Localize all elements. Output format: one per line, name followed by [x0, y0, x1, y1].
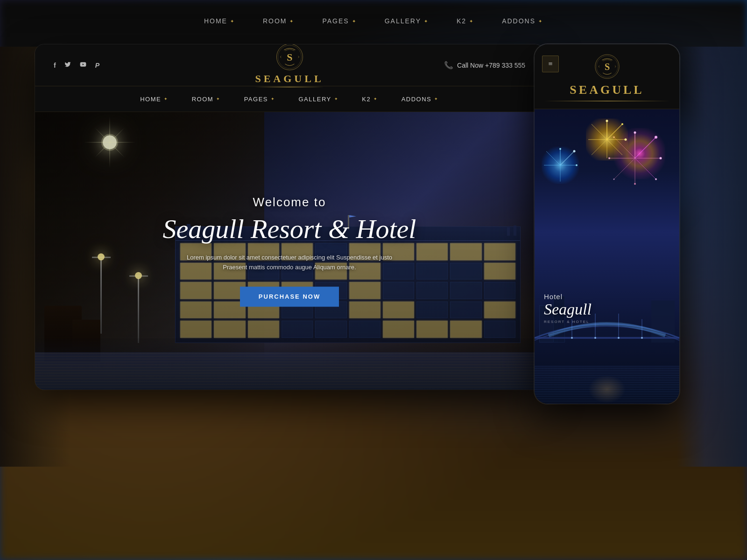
top-navigation: HOME ✦ ROOM ✦ PAGES ✦ GALLERY ✦ K2 ✦ ADD… — [0, 0, 747, 42]
svg-point-22 — [655, 178, 657, 180]
nav-arrow-addons: ✦ — [538, 19, 543, 24]
mobile-hero: Hotel Seagull RESORT & HOTEL — [535, 109, 679, 404]
mobile-mockup: ≡ S SEAGULL — [535, 44, 679, 404]
logo-underline — [255, 87, 324, 87]
top-nav-item-addons[interactable]: ADDONS ✦ — [502, 17, 543, 25]
svg-point-16 — [634, 183, 636, 185]
top-nav-item-pages[interactable]: PAGES ✦ — [322, 17, 356, 25]
hamburger-icon: ≡ — [548, 60, 552, 68]
svg-point-18 — [660, 157, 662, 160]
hotel-title: Seagull Resort & Hotel — [149, 214, 430, 244]
firework-gold — [586, 119, 628, 161]
call-now-text: Call Now +789 333 555 — [457, 62, 525, 69]
tablet-header: f P S — [35, 44, 544, 86]
mobile-logo-name: SEAGULL — [570, 83, 644, 97]
facebook-icon[interactable]: f — [54, 62, 56, 69]
mobile-menu-button[interactable]: ≡ — [542, 56, 559, 72]
svg-line-36 — [592, 124, 607, 140]
logo-area: S SEAGULL — [255, 44, 324, 87]
mobile-water — [535, 366, 679, 404]
pages-arrow: ✦ — [271, 97, 275, 101]
svg-point-40 — [606, 120, 608, 122]
mobile-hotel-tagline: RESORT & HOTEL — [544, 320, 592, 324]
top-nav-item-room[interactable]: ROOM ✦ — [263, 17, 295, 25]
nav-arrow-home: ✦ — [230, 19, 235, 24]
logo-emblem: S — [275, 44, 303, 71]
hero-content: Welcome to Seagull Resort & Hotel Lorem … — [149, 195, 430, 307]
svg-line-12 — [635, 137, 656, 158]
svg-point-29 — [559, 148, 561, 150]
svg-point-15 — [634, 132, 636, 134]
svg-point-41 — [625, 139, 627, 141]
mobile-logo-emblem: S — [594, 54, 620, 79]
welcome-text: Welcome to — [149, 195, 430, 210]
svg-point-31 — [573, 150, 576, 153]
firework-blue-rays — [542, 147, 579, 184]
nav-arrow-pages: ✦ — [352, 19, 357, 24]
svg-line-14 — [635, 158, 656, 179]
k2-arrow: ✦ — [374, 97, 378, 101]
main-nav-addons[interactable]: ADDONS ✦ — [402, 96, 439, 103]
hero-section: Welcome to Seagull Resort & Hotel Lorem … — [35, 112, 544, 390]
youtube-icon[interactable] — [79, 61, 87, 69]
nav-arrow-k2: ✦ — [469, 19, 474, 24]
social-icons: f P — [54, 61, 99, 69]
gallery-arrow: ✦ — [334, 97, 339, 101]
top-nav-item-k2[interactable]: K2 ✦ — [457, 17, 474, 25]
twitter-icon[interactable] — [64, 61, 71, 69]
addons-arrow: ✦ — [434, 97, 439, 101]
call-now[interactable]: 📞 Call Now +789 333 555 — [444, 61, 525, 70]
svg-point-20 — [655, 136, 657, 139]
top-nav-item-home[interactable]: HOME ✦ — [204, 17, 235, 25]
bridge-skyline — [535, 277, 679, 371]
mobile-logo-underline — [544, 101, 670, 101]
svg-line-27 — [546, 151, 560, 165]
svg-point-42 — [621, 123, 623, 125]
main-nav-pages[interactable]: PAGES ✦ — [244, 96, 275, 103]
bg-right-overlay — [677, 47, 747, 467]
nav-arrow-gallery: ✦ — [424, 19, 429, 24]
svg-line-38 — [592, 140, 607, 155]
mobile-hotel-name: Seagull — [544, 301, 592, 318]
nav-arrow-room: ✦ — [289, 19, 294, 24]
svg-line-13 — [614, 158, 635, 179]
top-nav-item-gallery[interactable]: GALLERY ✦ — [385, 17, 429, 25]
water-glow-reflection — [588, 375, 626, 403]
mobile-header: ≡ S SEAGULL — [535, 44, 679, 109]
logo-name: SEAGULL — [255, 73, 324, 85]
home-arrow: ✦ — [164, 97, 169, 101]
firework-gold-rays — [586, 119, 628, 161]
main-nav-room[interactable]: ROOM ✦ — [192, 96, 221, 103]
hero-description: Lorem ipsum dolor sit amet consectetuer … — [149, 253, 430, 273]
svg-line-28 — [560, 151, 574, 165]
room-arrow: ✦ — [216, 97, 221, 101]
main-nav-gallery[interactable]: GALLERY ✦ — [299, 96, 339, 103]
purchase-button[interactable]: PURCHASE NOW — [240, 287, 339, 307]
pinterest-icon[interactable]: P — [95, 62, 99, 69]
svg-point-21 — [613, 179, 615, 180]
main-nav-k2[interactable]: K2 ✦ — [362, 96, 378, 103]
firework-blue — [542, 147, 579, 184]
phone-icon: 📞 — [444, 61, 453, 70]
svg-text:S: S — [287, 51, 292, 63]
svg-point-49 — [594, 337, 596, 339]
svg-point-51 — [641, 337, 643, 339]
svg-point-30 — [576, 164, 578, 166]
mobile-hotel-text-overlay: Hotel Seagull RESORT & HOTEL — [544, 293, 592, 324]
tablet-mockup: f P S — [35, 44, 544, 390]
svg-line-39 — [607, 140, 622, 155]
main-nav-home[interactable]: HOME ✦ — [140, 96, 169, 103]
svg-text:S: S — [604, 62, 609, 72]
tablet-navigation: HOME ✦ ROOM ✦ PAGES ✦ GALLERY ✦ K2 ✦ ADD… — [35, 86, 544, 112]
svg-point-48 — [571, 337, 573, 339]
mobile-hotel-label: Hotel — [544, 293, 592, 301]
svg-line-37 — [607, 124, 622, 140]
svg-point-50 — [618, 337, 620, 339]
